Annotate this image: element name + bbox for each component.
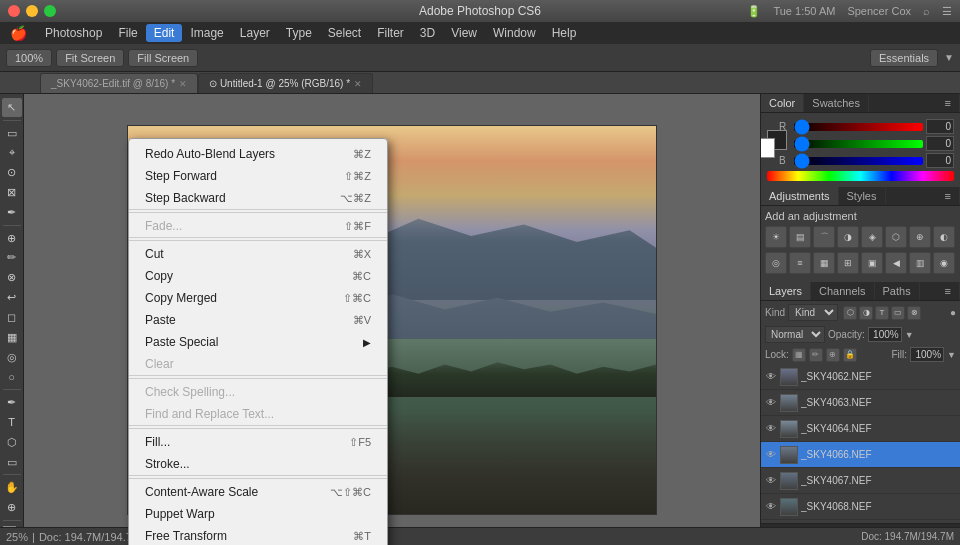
kind-select[interactable]: Kind <box>788 304 838 321</box>
layer-visibility-icon[interactable]: 👁 <box>765 397 777 408</box>
hand-tool[interactable]: ✋ <box>2 478 22 497</box>
layer-visibility-icon[interactable]: 👁 <box>765 449 777 460</box>
layer-visibility-icon[interactable]: 👁 <box>765 475 777 486</box>
layer-item[interactable]: 👁_SKY4064.NEF <box>761 416 960 442</box>
g-slider[interactable] <box>794 140 923 148</box>
eraser-tool[interactable]: ◻ <box>2 308 22 327</box>
background-swatch[interactable] <box>760 138 775 158</box>
menu-icon[interactable]: ☰ <box>942 5 952 18</box>
filter-type[interactable]: T <box>875 306 889 320</box>
clone-tool[interactable]: ⊗ <box>2 268 22 287</box>
layer-item[interactable]: 👁_SKY4063.NEF <box>761 390 960 416</box>
zoom-level-btn[interactable]: 100% <box>6 49 52 67</box>
adj-channelmix[interactable]: ≡ <box>789 252 811 274</box>
menu-stroke[interactable]: Stroke... <box>129 453 387 475</box>
adj-panel-options[interactable]: ≡ <box>937 187 960 205</box>
menu-fill[interactable]: Fill...⇧F5 <box>129 431 387 453</box>
fill-arrow[interactable]: ▼ <box>947 350 956 360</box>
menu-type[interactable]: Type <box>278 24 320 42</box>
menu-help[interactable]: Help <box>544 24 585 42</box>
menu-layer[interactable]: Layer <box>232 24 278 42</box>
filter-toggle[interactable]: ● <box>950 307 956 318</box>
adj-threshold[interactable]: ◀ <box>885 252 907 274</box>
adj-exposure[interactable]: ◑ <box>837 226 859 248</box>
tab-channels[interactable]: Channels <box>811 282 874 300</box>
adj-bw[interactable]: ◐ <box>933 226 955 248</box>
layers-options-btn[interactable]: ≡ <box>937 282 960 300</box>
menu-paste[interactable]: Paste⌘V <box>129 309 387 331</box>
adj-colorbal[interactable]: ⊕ <box>909 226 931 248</box>
layer-visibility-icon[interactable]: 👁 <box>765 423 777 434</box>
healing-tool[interactable]: ⊕ <box>2 229 22 248</box>
gradient-tool[interactable]: ▦ <box>2 328 22 347</box>
marquee-tool[interactable]: ▭ <box>2 124 22 143</box>
shape-tool[interactable]: ▭ <box>2 453 22 472</box>
menu-copy-merged[interactable]: Copy Merged⇧⌘C <box>129 287 387 309</box>
adj-posterize[interactable]: ▣ <box>861 252 883 274</box>
menu-image[interactable]: Image <box>182 24 231 42</box>
document-tab-2[interactable]: ⊙ Untitled-1 @ 25% (RGB/16) * ✕ <box>198 73 373 93</box>
filter-pixel[interactable]: ⬡ <box>843 306 857 320</box>
layer-visibility-icon[interactable]: 👁 <box>765 371 777 382</box>
menu-copy[interactable]: Copy⌘C <box>129 265 387 287</box>
layer-item[interactable]: 👁_SKY4066.NEF <box>761 442 960 468</box>
fit-screen-btn[interactable]: Fit Screen <box>56 49 124 67</box>
adj-brightness[interactable]: ☀ <box>765 226 787 248</box>
lock-transparent[interactable]: ▦ <box>792 348 806 362</box>
menu-free-transform[interactable]: Free Transform⌘T <box>129 525 387 545</box>
menu-step-forward[interactable]: Step Forward⇧⌘Z <box>129 165 387 187</box>
menu-view[interactable]: View <box>443 24 485 42</box>
b-slider[interactable] <box>794 157 923 165</box>
menu-select[interactable]: Select <box>320 24 369 42</box>
search-icon[interactable]: ⌕ <box>923 5 930 18</box>
tab-styles[interactable]: Styles <box>839 187 886 205</box>
pen-tool[interactable]: ✒ <box>2 393 22 412</box>
layer-item[interactable]: 👁_SKY4062.NEF <box>761 364 960 390</box>
lock-position[interactable]: ⊕ <box>826 348 840 362</box>
filter-adj[interactable]: ◑ <box>859 306 873 320</box>
color-panel-options[interactable]: ≡ <box>937 94 960 112</box>
fill-screen-btn[interactable]: Fill Screen <box>128 49 198 67</box>
lock-all[interactable]: 🔒 <box>843 348 857 362</box>
lock-image[interactable]: ✏ <box>809 348 823 362</box>
adj-hsl[interactable]: ⬡ <box>885 226 907 248</box>
close-button[interactable] <box>8 5 20 17</box>
document-tab-1[interactable]: _SKY4062-Edit.tif @ 8/16) * ✕ <box>40 73 198 93</box>
blur-tool[interactable]: ◎ <box>2 348 22 367</box>
text-tool[interactable]: T <box>2 413 22 432</box>
r-slider[interactable] <box>794 123 923 131</box>
menu-photoshop[interactable]: Photoshop <box>37 24 110 42</box>
layer-visibility-icon[interactable]: 👁 <box>765 501 777 512</box>
tab-adjustments[interactable]: Adjustments <box>761 187 839 205</box>
menu-filter[interactable]: Filter <box>369 24 412 42</box>
maximize-button[interactable] <box>44 5 56 17</box>
menu-cut[interactable]: Cut⌘X <box>129 243 387 265</box>
tab-swatches[interactable]: Swatches <box>804 94 869 112</box>
adj-curves[interactable]: ⌒ <box>813 226 835 248</box>
path-select-tool[interactable]: ⬡ <box>2 433 22 452</box>
adj-colorlook[interactable]: ▦ <box>813 252 835 274</box>
adj-gradmap[interactable]: ▥ <box>909 252 931 274</box>
hue-bar[interactable] <box>767 171 954 181</box>
menu-step-backward[interactable]: Step Backward⌥⌘Z <box>129 187 387 209</box>
eyedropper-tool[interactable]: ✒ <box>2 203 22 222</box>
adj-levels[interactable]: ▤ <box>789 226 811 248</box>
menu-redo[interactable]: Redo Auto-Blend Layers⌘Z <box>129 143 387 165</box>
quick-select-tool[interactable]: ⊙ <box>2 163 22 182</box>
tab-layers[interactable]: Layers <box>761 282 811 300</box>
menu-file[interactable]: File <box>110 24 145 42</box>
tab2-close[interactable]: ✕ <box>354 79 362 89</box>
filter-smart[interactable]: ⊗ <box>907 306 921 320</box>
adj-photofil[interactable]: ◎ <box>765 252 787 274</box>
menu-3d[interactable]: 3D <box>412 24 443 42</box>
move-tool[interactable]: ↖ <box>2 98 22 117</box>
history-brush[interactable]: ↩ <box>2 288 22 307</box>
lasso-tool[interactable]: ⌖ <box>2 144 22 163</box>
essentials-arrow[interactable]: ▼ <box>944 52 954 63</box>
menu-edit[interactable]: Edit <box>146 24 183 42</box>
tab-color[interactable]: Color <box>761 94 804 112</box>
dodge-tool[interactable]: ○ <box>2 367 22 386</box>
adj-vibrance[interactable]: ◈ <box>861 226 883 248</box>
essentials-btn[interactable]: Essentials <box>870 49 938 67</box>
opacity-arrow[interactable]: ▼ <box>905 330 914 340</box>
